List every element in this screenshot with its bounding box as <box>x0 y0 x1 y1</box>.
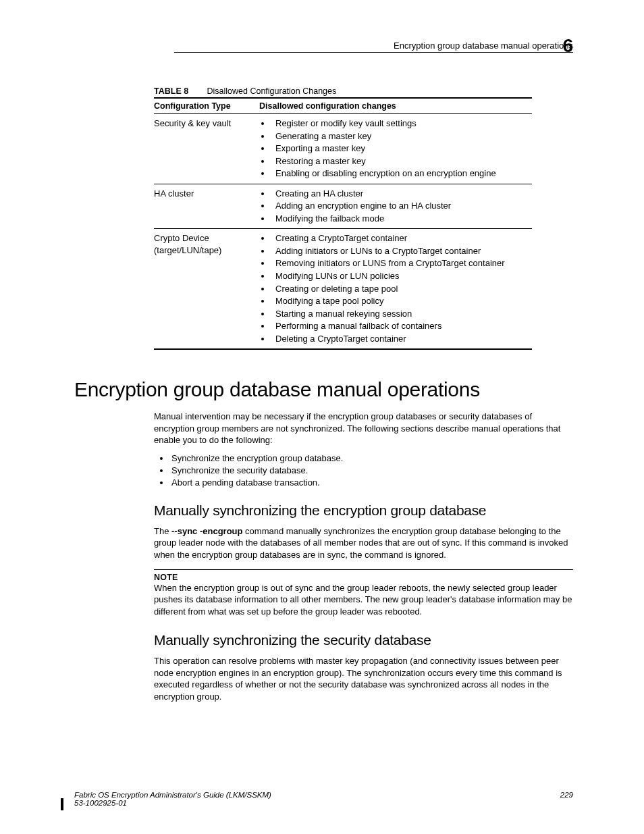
revision-mark-icon <box>61 798 63 810</box>
table-label: TABLE 8 <box>154 86 205 96</box>
list-item: Removing initiators or LUNS from a Crypt… <box>271 257 528 269</box>
list-item: Creating or deleting a tape pool <box>271 283 528 295</box>
intro-paragraph: Manual intervention may be necessary if … <box>154 411 573 446</box>
list-item: Enabling or disabling encryption on an e… <box>271 167 528 180</box>
running-header: Encryption group database manual operati… <box>74 41 573 86</box>
subsection-heading: Manually synchronizing the security data… <box>154 632 573 648</box>
table-row: HA cluster Creating an HA cluster Adding… <box>154 184 532 229</box>
body-content: Manual intervention may be necessary if … <box>154 411 573 702</box>
list-item: Generating a master key <box>271 130 528 142</box>
table-caption: TABLE 8 Disallowed Configuration Changes <box>154 86 573 96</box>
list-item: Adding an encryption engine to an HA clu… <box>271 200 528 212</box>
list-item: Synchronize the security database. <box>170 465 573 475</box>
book-title: Fabric OS Encryption Administrator's Gui… <box>74 791 271 799</box>
list-item: Modifying LUNs or LUN policies <box>271 270 528 282</box>
list-item: Modifying the failback mode <box>271 213 528 225</box>
note-label: NOTE <box>154 573 573 582</box>
running-title: Encryption group database manual operati… <box>74 41 573 51</box>
doc-number: 53-1002925-01 <box>74 799 127 807</box>
list-item: Adding initiators or LUNs to a CryptoTar… <box>271 245 528 257</box>
table-title: Disallowed Configuration Changes <box>207 86 336 96</box>
section-heading: Encryption group database manual operati… <box>74 378 573 401</box>
page-number: 229 <box>560 791 573 799</box>
list-item: Creating a CryptoTarget container <box>271 232 528 244</box>
list-item: Creating an HA cluster <box>271 188 528 200</box>
list-item: Modifying a tape pool policy <box>271 295 528 307</box>
sync-encgroup-paragraph: The --sync -encgroup command manually sy… <box>154 525 573 561</box>
note-rule <box>154 569 573 570</box>
intro-bullets: Synchronize the encryption group databas… <box>154 453 573 488</box>
cfg-type: HA cluster <box>154 184 259 229</box>
list-item: Starting a manual rekeying session <box>271 308 528 320</box>
list-item: Restoring a master key <box>271 155 528 167</box>
security-db-paragraph: This operation can resolve problems with… <box>154 655 573 702</box>
table-row: Crypto Device (target/LUN/tape) Creating… <box>154 229 532 349</box>
list-item: Abort a pending database transaction. <box>170 477 573 488</box>
list-item: Synchronize the encryption group databas… <box>170 453 573 463</box>
command-text: --sync -encgroup <box>171 526 242 536</box>
cfg-type: Crypto Device (target/LUN/tape) <box>154 229 259 349</box>
list-item: Deleting a CryptoTarget container <box>271 333 528 345</box>
subsection-heading: Manually synchronizing the encryption gr… <box>154 502 573 519</box>
disallowed-config-table: Configuration Type Disallowed configurat… <box>154 97 532 350</box>
col-header-changes: Disallowed configuration changes <box>259 98 532 114</box>
cfg-type: Security & key vault <box>154 114 259 184</box>
table-row: Security & key vault Register or modify … <box>154 114 532 184</box>
list-item: Performing a manual failback of containe… <box>271 320 528 332</box>
document-page: Encryption group database manual operati… <box>0 0 644 834</box>
list-item: Register or modify key vault settings <box>271 118 528 130</box>
col-header-type: Configuration Type <box>154 98 259 114</box>
chapter-number: 6 <box>562 35 573 57</box>
header-rule <box>174 52 573 53</box>
list-item: Exporting a master key <box>271 142 528 155</box>
note-text: When the encryption group is out of sync… <box>154 582 573 618</box>
table-8: TABLE 8 Disallowed Configuration Changes… <box>154 86 573 350</box>
page-footer: 229 Fabric OS Encryption Administrator's… <box>74 791 573 807</box>
